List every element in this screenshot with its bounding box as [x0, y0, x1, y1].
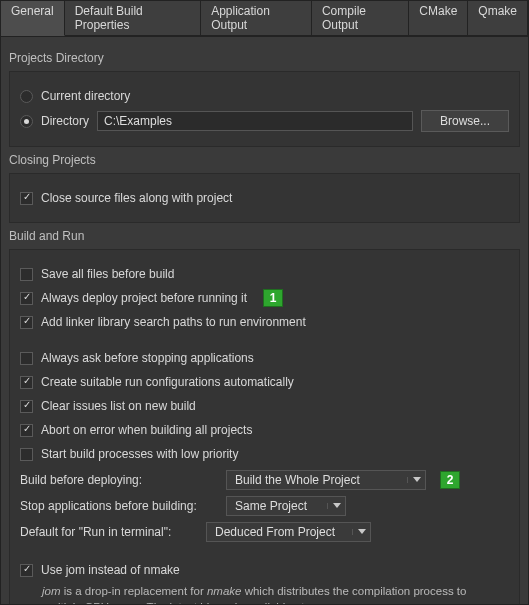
label-low-priority: Start build processes with low priority — [41, 447, 238, 461]
section-projects-directory: Projects Directory — [9, 51, 520, 65]
label-create-run-configs: Create suitable run configurations autom… — [41, 375, 294, 389]
section-build-and-run: Build and Run — [9, 229, 520, 243]
label-run-in-terminal: Default for "Run in terminal": — [20, 525, 200, 539]
tab-bar: General Default Build Properties Applica… — [1, 1, 528, 37]
check-always-deploy[interactable] — [20, 292, 33, 305]
check-close-source-files[interactable] — [20, 192, 33, 205]
select-run-in-terminal-value: Deduced From Project — [215, 525, 335, 539]
chevron-down-icon — [327, 503, 341, 509]
check-save-all[interactable] — [20, 268, 33, 281]
check-use-jom[interactable] — [20, 564, 33, 577]
label-abort-on-error: Abort on error when building all project… — [41, 423, 252, 437]
tab-compile-output[interactable]: Compile Output — [312, 1, 409, 36]
tab-cmake[interactable]: CMake — [409, 1, 468, 36]
label-save-all: Save all files before build — [41, 267, 174, 281]
check-always-ask-stop[interactable] — [20, 352, 33, 365]
label-close-source-files: Close source files along with project — [41, 191, 232, 205]
select-run-in-terminal[interactable]: Deduced From Project — [206, 522, 371, 542]
select-build-before-deploying-value: Build the Whole Project — [235, 473, 360, 487]
label-use-jom: Use jom instead of nmake — [41, 563, 180, 577]
label-current-directory: Current directory — [41, 89, 130, 103]
tab-application-output[interactable]: Application Output — [201, 1, 312, 36]
label-clear-issues: Clear issues list on new build — [41, 399, 196, 413]
group-build-and-run: Save all files before build Always deplo… — [9, 249, 520, 605]
label-stop-before-building: Stop applications before building: — [20, 499, 220, 513]
select-build-before-deploying[interactable]: Build the Whole Project — [226, 470, 426, 490]
tab-qmake[interactable]: Qmake — [468, 1, 528, 36]
select-stop-before-building-value: Same Project — [235, 499, 307, 513]
callout-1: 1 — [263, 289, 283, 307]
callout-2: 2 — [440, 471, 460, 489]
tab-default-build-properties[interactable]: Default Build Properties — [65, 1, 201, 36]
directory-input[interactable] — [97, 111, 413, 131]
radio-current-directory[interactable] — [20, 90, 33, 103]
radio-directory[interactable] — [20, 115, 33, 128]
check-abort-on-error[interactable] — [20, 424, 33, 437]
tab-general[interactable]: General — [1, 1, 65, 36]
group-closing-projects: Close source files along with project — [9, 173, 520, 223]
select-stop-before-building[interactable]: Same Project — [226, 496, 346, 516]
label-always-deploy: Always deploy project before running it — [41, 291, 247, 305]
check-add-linker[interactable] — [20, 316, 33, 329]
label-add-linker: Add linker library search paths to run e… — [41, 315, 306, 329]
check-low-priority[interactable] — [20, 448, 33, 461]
check-clear-issues[interactable] — [20, 400, 33, 413]
section-closing-projects: Closing Projects — [9, 153, 520, 167]
check-create-run-configs[interactable] — [20, 376, 33, 389]
label-build-before-deploying: Build before deploying: — [20, 473, 220, 487]
label-always-ask-stop: Always ask before stopping applications — [41, 351, 254, 365]
chevron-down-icon — [407, 477, 421, 483]
jom-help-text: jom is a drop-in replacement for nmake w… — [42, 584, 509, 605]
browse-button[interactable]: Browse... — [421, 110, 509, 132]
label-directory: Directory — [41, 114, 89, 128]
chevron-down-icon — [352, 529, 366, 535]
group-projects-directory: Current directory Directory Browse... — [9, 71, 520, 147]
general-panel: Projects Directory Current directory Dir… — [1, 37, 528, 605]
